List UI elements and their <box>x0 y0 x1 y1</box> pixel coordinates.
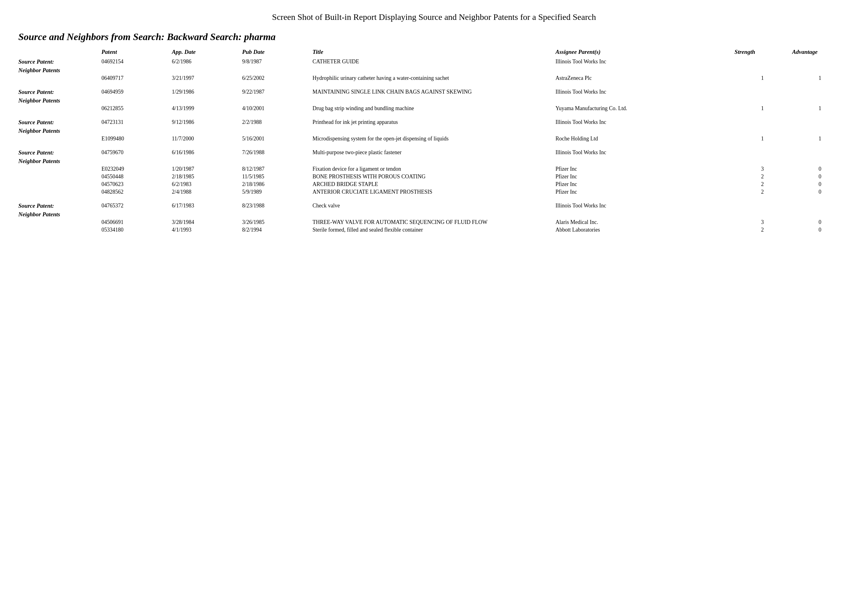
source-strength <box>734 57 792 66</box>
neighbor-patent: 04828562 <box>102 188 172 196</box>
neighbor-label: Neighbor Patents <box>18 210 102 218</box>
neighbor-spacer <box>18 218 102 226</box>
source-patent-row: Source Patent: 04692154 6/2/1986 9/8/198… <box>18 57 850 66</box>
source-assignee: Illinois Tool Works Inc <box>555 57 734 66</box>
neighbor-advantage: 0 <box>792 181 850 188</box>
col-header-pubdate: Pub Date <box>242 49 312 57</box>
neighbor-advantage: 0 <box>792 218 850 226</box>
neighbor-strength: 1 <box>734 74 792 82</box>
source-patent: 04759670 <box>102 148 172 157</box>
neighbor-pubdate: 8/2/1994 <box>242 226 312 234</box>
neighbor-pubdate: 2/18/1986 <box>242 181 312 188</box>
group-spacer <box>18 196 850 201</box>
neighbor-spacer <box>18 165 102 173</box>
source-patent-row: Source Patent: 04723131 9/12/1986 2/2/19… <box>18 118 850 126</box>
patents-table: Patent App. Date Pub Date Title Assignee… <box>18 49 850 234</box>
group-spacer <box>18 82 850 87</box>
source-appdate: 6/17/1983 <box>172 201 242 210</box>
neighbor-strength: 2 <box>734 173 792 181</box>
neighbor-patent-row: 06212855 4/13/1999 4/10/2001 Drug bag st… <box>18 105 850 112</box>
neighbor-patent: 04550448 <box>102 173 172 181</box>
neighbor-appdate: 4/13/1999 <box>172 105 242 112</box>
neighbor-assignee: Pfizer Inc <box>555 173 734 181</box>
neighbor-appdate: 1/20/1987 <box>172 165 242 173</box>
source-patent: 04723131 <box>102 118 172 126</box>
neighbor-pubdate: 4/10/2001 <box>242 105 312 112</box>
source-pubdate: 2/2/1988 <box>242 118 312 126</box>
neighbor-assignee: Alaris Medical Inc. <box>555 218 734 226</box>
neighbor-patent: E1099480 <box>102 135 172 142</box>
neighbor-strength: 3 <box>734 218 792 226</box>
neighbor-spacer <box>18 135 102 142</box>
neighbor-advantage: 0 <box>792 173 850 181</box>
neighbor-advantage: 1 <box>792 135 850 142</box>
neighbor-strength: 1 <box>734 105 792 112</box>
source-label: Source Patent: <box>18 57 102 66</box>
neighbor-appdate: 2/4/1988 <box>172 188 242 196</box>
neighbor-pubdate: 3/26/1985 <box>242 218 312 226</box>
neighbor-strength: 2 <box>734 188 792 196</box>
neighbor-appdate: 3/28/1984 <box>172 218 242 226</box>
neighbor-title: Microdispensing system for the open-jet … <box>312 135 555 142</box>
neighbor-advantage: 1 <box>792 74 850 82</box>
neighbor-patent-row: E1099480 11/7/2000 5/16/2001 Microdispen… <box>18 135 850 142</box>
source-patent-row: Source Patent: 04765372 6/17/1983 8/23/1… <box>18 201 850 210</box>
source-appdate: 6/2/1986 <box>172 57 242 66</box>
neighbor-spacer <box>18 188 102 196</box>
neighbor-advantage: 1 <box>792 105 850 112</box>
neighbor-title: ANTERIOR CRUCIATE LIGAMENT PROSTHESIS <box>312 188 555 196</box>
source-patent: 04765372 <box>102 201 172 210</box>
neighbor-strength: 2 <box>734 226 792 234</box>
neighbor-patent-row: 04550448 2/18/1985 11/5/1985 BONE PROSTH… <box>18 173 850 181</box>
neighbor-title: Drug bag strip winding and bundling mach… <box>312 105 555 112</box>
neighbor-assignee: Pfizer Inc <box>555 165 734 173</box>
neighbor-label: Neighbor Patents <box>18 157 102 165</box>
neighbor-assignee: AstraZeneca Plc <box>555 74 734 82</box>
neighbor-patent-row: 06409717 3/21/1997 6/25/2002 Hydrophilic… <box>18 74 850 82</box>
neighbor-patent: 05334180 <box>102 226 172 234</box>
col-header-assignee: Assignee Parent(s) <box>555 49 734 57</box>
neighbor-title: Fixation device for a ligament or tendon <box>312 165 555 173</box>
neighbor-assignee: Roche Holding Ltd <box>555 135 734 142</box>
neighbor-strength: 3 <box>734 165 792 173</box>
source-assignee: Illinois Tool Works Inc <box>555 201 734 210</box>
source-pubdate: 8/23/1988 <box>242 201 312 210</box>
table-header: Patent App. Date Pub Date Title Assignee… <box>18 49 850 57</box>
neighbor-label: Neighbor Patents <box>18 96 102 105</box>
source-label: Source Patent: <box>18 87 102 96</box>
neighbor-appdate: 6/2/1983 <box>172 181 242 188</box>
neighbor-patents-label-row: Neighbor Patents <box>18 157 850 165</box>
neighbor-spacer <box>18 105 102 112</box>
neighbor-assignee: Pfizer Inc <box>555 181 734 188</box>
neighbor-title: ARCHED BRIDGE STAPLE <box>312 181 555 188</box>
neighbor-appdate: 4/1/1993 <box>172 226 242 234</box>
col-header-strength: Strength <box>734 49 792 57</box>
neighbor-patents-label-row: Neighbor Patents <box>18 210 850 218</box>
neighbor-pubdate: 6/25/2002 <box>242 74 312 82</box>
neighbor-title: Hydrophilic urinary catheter having a wa… <box>312 74 555 82</box>
source-pubdate: 9/8/1987 <box>242 57 312 66</box>
neighbor-patent-row: 05334180 4/1/1993 8/2/1994 Sterile forme… <box>18 226 850 234</box>
neighbor-patent-row: 04570623 6/2/1983 2/18/1986 ARCHED BRIDG… <box>18 181 850 188</box>
source-label: Source Patent: <box>18 148 102 157</box>
neighbor-patent-row: 04506691 3/28/1984 3/26/1985 THREE-WAY V… <box>18 218 850 226</box>
neighbor-appdate: 2/18/1985 <box>172 173 242 181</box>
neighbor-spacer <box>18 173 102 181</box>
neighbor-patent: 06409717 <box>102 74 172 82</box>
source-label: Source Patent: <box>18 118 102 126</box>
neighbor-patent-row: E0232049 1/20/1987 8/12/1987 Fixation de… <box>18 165 850 173</box>
source-patent: 04692154 <box>102 57 172 66</box>
neighbor-assignee: Yuyama Manufacturing Co. Ltd. <box>555 105 734 112</box>
neighbor-strength: 1 <box>734 135 792 142</box>
group-spacer <box>18 142 850 148</box>
neighbor-advantage: 0 <box>792 226 850 234</box>
neighbor-assignee: Abbott Laboratories <box>555 226 734 234</box>
source-appdate: 9/12/1986 <box>172 118 242 126</box>
neighbor-title: Sterile formed, filled and sealed flexib… <box>312 226 555 234</box>
source-advantage <box>792 57 850 66</box>
source-pubdate: 9/22/1987 <box>242 87 312 96</box>
neighbor-patent: 04506691 <box>102 218 172 226</box>
neighbor-patents-label-row: Neighbor Patents <box>18 66 850 74</box>
source-patent-row: Source Patent: 04694959 1/29/1986 9/22/1… <box>18 87 850 96</box>
neighbor-appdate: 3/21/1997 <box>172 74 242 82</box>
